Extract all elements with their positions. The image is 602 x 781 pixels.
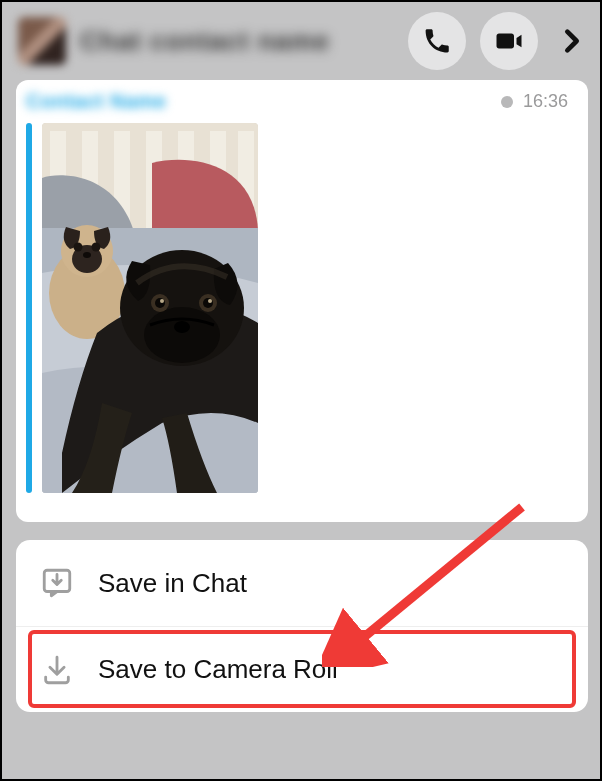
video-icon: [494, 26, 524, 56]
save-to-camera-roll-label: Save to Camera Roll: [98, 654, 338, 685]
svg-point-22: [203, 298, 213, 308]
message-status: 16:36: [501, 91, 568, 112]
svg-point-23: [208, 299, 212, 303]
chat-title: Chat contact name: [80, 26, 394, 57]
chat-header: Chat contact name: [2, 2, 600, 80]
svg-point-14: [92, 243, 101, 252]
svg-point-15: [83, 252, 91, 258]
save-in-chat-icon: [40, 566, 74, 600]
sender-name: Contact Name: [26, 90, 166, 113]
more-button[interactable]: [552, 21, 592, 61]
message-time: 16:36: [523, 91, 568, 112]
message-photo[interactable]: [42, 123, 258, 493]
action-sheet: Save in Chat Save to Camera Roll: [16, 540, 588, 712]
download-icon: [40, 653, 74, 687]
sender-rail: [26, 123, 32, 493]
svg-point-20: [160, 299, 164, 303]
chevron-right-icon: [558, 21, 586, 61]
save-in-chat-label: Save in Chat: [98, 568, 247, 599]
message-card: Contact Name 16:36: [16, 80, 588, 522]
svg-point-13: [74, 243, 83, 252]
status-dot-icon: [501, 96, 513, 108]
phone-icon: [422, 26, 452, 56]
save-to-camera-roll-button[interactable]: Save to Camera Roll: [16, 626, 588, 712]
voice-call-button[interactable]: [408, 12, 466, 70]
svg-point-17: [144, 307, 220, 363]
svg-point-19: [155, 298, 165, 308]
video-call-button[interactable]: [480, 12, 538, 70]
save-in-chat-button[interactable]: Save in Chat: [16, 540, 588, 626]
message-meta: Contact Name 16:36: [16, 80, 588, 119]
svg-point-24: [174, 321, 190, 333]
avatar[interactable]: [18, 17, 66, 65]
